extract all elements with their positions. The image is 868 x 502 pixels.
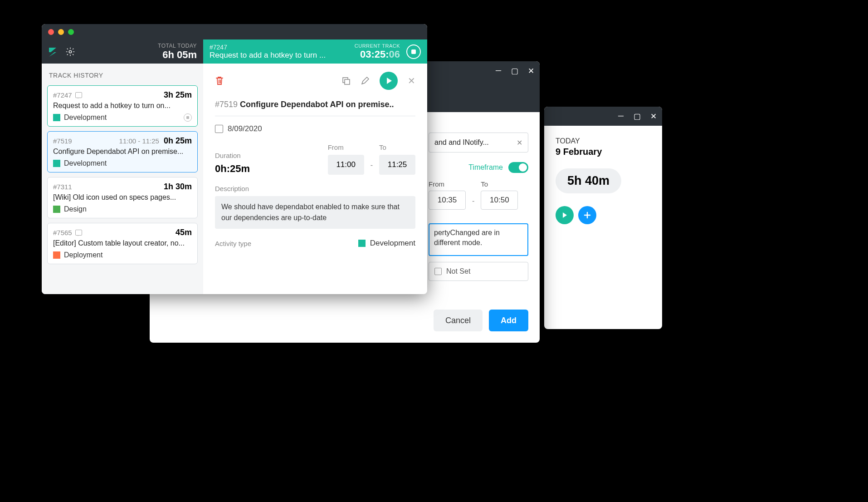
today-actions — [556, 206, 651, 224]
duration-value: 0h:25m — [215, 163, 322, 175]
track-row1: #7565 45m — [53, 228, 192, 237]
dash: - — [472, 197, 474, 210]
maximize-dot[interactable] — [68, 29, 74, 35]
svg-rect-2 — [345, 79, 350, 84]
search-value: and and INotify... — [434, 138, 489, 147]
to-value[interactable]: 11:25 — [379, 155, 415, 175]
search-field[interactable]: and and INotify... ✕ — [429, 133, 528, 153]
maximize-icon[interactable]: ▢ — [511, 67, 519, 75]
stop-button[interactable] — [406, 44, 421, 59]
from-col: From 10:35 — [429, 180, 466, 210]
activity-row: Activity type Development — [215, 239, 415, 248]
duration-grid: Duration 0h:25m From 11:00 - To 11:25 — [215, 143, 415, 175]
copy-icon[interactable] — [341, 76, 351, 85]
current-left: #7247 Request to add a hotkey to turn ..… — [210, 44, 326, 60]
maximize-icon[interactable]: ▢ — [633, 112, 641, 120]
checkbox-icon — [434, 268, 442, 275]
track-id: #7247 — [53, 91, 82, 99]
current-right: CURRENT TRACK 03:25:06 — [355, 43, 421, 60]
close-icon[interactable]: ✕ — [527, 67, 535, 75]
timeframe-label: Timeframe — [468, 163, 503, 172]
mac-titlebar — [42, 24, 427, 39]
track-row1: #7519 11:00 - 11:250h 25m — [53, 136, 192, 146]
current-time: 03:25:06 — [355, 49, 400, 60]
history-title: TRACK HISTORY — [49, 72, 196, 79]
detail-actions: ✕ — [215, 72, 415, 90]
tag-square-icon — [53, 206, 60, 213]
svg-point-0 — [69, 50, 72, 53]
description-input[interactable]: pertyChanged are in different mode. — [429, 223, 528, 256]
activity-label: Activity type — [215, 240, 251, 247]
minimize-dot[interactable] — [58, 29, 64, 35]
add-button[interactable]: Add — [489, 310, 528, 331]
play-icon — [561, 212, 568, 218]
detail-pane: ✕ #7519 Configure Dependabot API on prem… — [203, 64, 427, 294]
timeframe-row: Timeframe — [468, 162, 528, 173]
track-tag: Design — [53, 205, 192, 213]
today-label: TODAY — [556, 137, 651, 145]
date-value: 8/09/2020 — [228, 124, 262, 133]
activity-tag-label: Development — [370, 239, 415, 248]
track-card[interactable]: #7565 45m [Editor] Custom table layout c… — [47, 223, 198, 264]
play-button[interactable] — [556, 206, 574, 224]
calendar-icon — [215, 125, 223, 133]
edit-icon[interactable] — [361, 76, 370, 85]
play-button[interactable] — [380, 72, 398, 90]
search-box[interactable]: and and INotify... ✕ — [429, 133, 528, 153]
sidebar: TRACK HISTORY #7247 3h 25m Request to ad… — [42, 64, 203, 294]
timeframe-toggle[interactable] — [508, 162, 528, 173]
today-widget-window: ─ ▢ ✕ TODAY 9 February 5h 40m — [544, 107, 662, 329]
track-range: 11:00 - 11:25 — [119, 137, 159, 145]
track-row1: #7311 1h 30m — [53, 182, 192, 192]
track-tag: Development — [53, 113, 107, 122]
to-input[interactable]: 10:50 — [481, 191, 518, 210]
track-card[interactable]: #7519 11:00 - 11:250h 25m Configure Depe… — [47, 131, 198, 172]
current-label: CURRENT TRACK — [355, 43, 400, 49]
from-value[interactable]: 11:00 — [328, 155, 364, 175]
from-label: From — [429, 180, 466, 188]
from-input[interactable]: 10:35 — [429, 191, 466, 210]
activity-select[interactable]: Not Set — [429, 262, 528, 281]
track-id: #7311 — [53, 183, 72, 191]
close-icon[interactable]: ✕ — [408, 75, 415, 86]
description-text: We should have dependabot enabled to mak… — [215, 196, 415, 229]
activity-tag: Development — [358, 239, 415, 248]
tag-square-icon — [53, 251, 60, 259]
to-label: To — [481, 180, 518, 188]
to-col: To 11:25 — [379, 143, 415, 175]
notset-label: Not Set — [446, 267, 470, 276]
clear-icon[interactable]: ✕ — [517, 138, 522, 147]
total-label: TOTAL TODAY — [158, 43, 197, 49]
mini-stop-icon[interactable] — [184, 113, 192, 122]
dash: - — [371, 161, 373, 175]
current-time-section: CURRENT TRACK 03:25:06 — [355, 43, 400, 60]
duration-label: Duration — [215, 152, 322, 159]
minimize-icon[interactable]: ─ — [494, 67, 502, 75]
detail-title: #7519 Configure Dependabot API on premis… — [215, 100, 415, 116]
header-left: TOTAL TODAY 6h 05m — [42, 39, 203, 64]
header: TOTAL TODAY 6h 05m #7247 Request to add … — [42, 39, 427, 64]
current-title: Request to add a hotkey to turn ... — [210, 51, 326, 60]
close-dot[interactable] — [48, 29, 54, 35]
track-duration: 0h 25m — [164, 136, 192, 146]
track-id: #7565 — [53, 229, 82, 236]
date-row[interactable]: 8/09/2020 — [215, 124, 415, 133]
today-date: 9 February — [556, 147, 651, 157]
comment-icon — [75, 230, 82, 236]
track-id: #7519 — [53, 137, 72, 145]
cancel-button[interactable]: Cancel — [434, 310, 483, 331]
add-button[interactable] — [578, 206, 596, 224]
settings-icon[interactable] — [65, 47, 75, 57]
from-label: From — [328, 143, 364, 151]
delete-icon[interactable] — [215, 76, 224, 86]
track-title: [Wiki] Old icon used on specs pages... — [53, 193, 192, 202]
total-value: 6h 05m — [158, 49, 197, 61]
minimize-icon[interactable]: ─ — [617, 112, 625, 120]
stop-icon — [411, 49, 416, 54]
buttons-row: Cancel Add — [434, 310, 528, 331]
play-icon — [387, 78, 392, 84]
track-card[interactable]: #7311 1h 30m [Wiki] Old icon used on spe… — [47, 177, 198, 218]
track-card[interactable]: #7247 3h 25m Request to add a hotkey to … — [47, 85, 198, 127]
titlebar: ─ ▢ ✕ — [544, 107, 662, 126]
close-icon[interactable]: ✕ — [649, 112, 658, 120]
